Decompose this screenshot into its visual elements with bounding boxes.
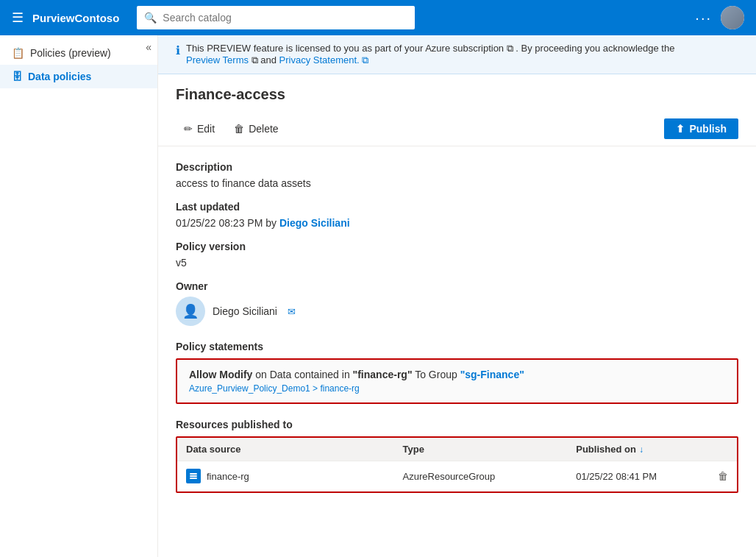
edit-label: Edit bbox=[197, 123, 215, 135]
search-icon: 🔍 bbox=[144, 12, 157, 24]
modify-text: Modify bbox=[219, 369, 252, 380]
sort-icon[interactable]: ↓ bbox=[639, 444, 643, 455]
publish-icon: ⬆ bbox=[676, 123, 685, 135]
search-input[interactable] bbox=[163, 12, 407, 24]
row-delete-icon[interactable]: 🗑 bbox=[718, 470, 728, 482]
last-updated-label: Last updated bbox=[176, 201, 738, 213]
last-updated-text: 01/25/22 08:23 PM by bbox=[176, 217, 277, 229]
email-icon[interactable]: ✉ bbox=[288, 306, 296, 317]
toolbar: ✏ Edit 🗑 Delete ⬆ Publish bbox=[158, 112, 756, 146]
statement-text: Allow Modify on Data contained in "finan… bbox=[189, 369, 725, 380]
edit-icon: ✏ bbox=[184, 123, 193, 135]
privacy-statement-link[interactable]: Privacy Statement. ⧉ bbox=[279, 54, 369, 65]
avatar[interactable] bbox=[721, 6, 744, 29]
collapse-sidebar-icon[interactable]: « bbox=[146, 41, 151, 53]
col-header-datasource: Data source bbox=[186, 444, 403, 455]
layout: « 📋 Policies (preview) 🗄 Data policies ℹ… bbox=[0, 35, 756, 557]
banner-text-middle: . By proceeding you acknowledge the bbox=[516, 43, 674, 54]
content-area: Description access to finance data asset… bbox=[158, 146, 756, 508]
policy-version-value: v5 bbox=[176, 257, 738, 269]
statement-path[interactable]: Azure_Purview_Policy_Demo1 > finance-rg bbox=[189, 383, 725, 394]
svg-rect-1 bbox=[190, 475, 197, 477]
delete-button[interactable]: 🗑 Delete bbox=[226, 118, 286, 140]
sidebar-item-policies-preview[interactable]: 📋 Policies (preview) bbox=[0, 41, 157, 65]
owner-label: Owner bbox=[176, 280, 738, 292]
cell-actions: 🗑 bbox=[706, 470, 728, 482]
table-header: Data source Type Published on ↓ bbox=[177, 438, 737, 461]
cell-datasource: finance-rg bbox=[186, 469, 403, 483]
cell-type: AzureResourceGroup bbox=[403, 471, 577, 482]
delete-icon: 🗑 bbox=[234, 123, 244, 135]
preview-terms-ext: ⧉ bbox=[252, 54, 261, 65]
app-brand: PurviewContoso bbox=[32, 12, 119, 24]
search-bar[interactable]: 🔍 bbox=[137, 6, 414, 29]
resources-published-label: Resources published to bbox=[176, 419, 738, 430]
datasource-name: finance-rg bbox=[207, 471, 249, 482]
hamburger-icon[interactable]: ☰ bbox=[12, 10, 24, 26]
avatar-image bbox=[721, 6, 744, 29]
sidebar-item-data-policies[interactable]: 🗄 Data policies bbox=[0, 65, 157, 88]
preview-terms-link[interactable]: Preview Terms bbox=[186, 54, 249, 65]
banner-text-before: This PREVIEW feature is licensed to you … bbox=[186, 43, 504, 54]
col-header-published[interactable]: Published on ↓ bbox=[576, 444, 706, 455]
top-nav: ☰ PurviewContoso 🔍 ··· bbox=[0, 0, 756, 35]
main-content: ℹ This PREVIEW feature is licensed to yo… bbox=[158, 35, 756, 557]
more-options-icon[interactable]: ··· bbox=[695, 10, 712, 26]
delete-label: Delete bbox=[249, 123, 278, 135]
last-updated-value: 01/25/22 08:23 PM by Diego Siciliani bbox=[176, 217, 738, 229]
publish-button[interactable]: ⬆ Publish bbox=[664, 118, 738, 139]
to-text: To Group bbox=[415, 369, 460, 380]
owner-name: Diego Siciliani bbox=[213, 305, 277, 317]
datasource-icon bbox=[186, 469, 201, 483]
col-header-type: Type bbox=[403, 444, 577, 455]
description-value: access to finance data assets bbox=[176, 177, 738, 189]
cell-published: 01/25/22 08:41 PM bbox=[576, 471, 706, 482]
banner-and: and bbox=[260, 54, 277, 65]
published-on-label: Published on bbox=[576, 444, 636, 455]
data-policies-icon: 🗄 bbox=[12, 71, 22, 82]
table-row: finance-rg AzureResourceGroup 01/25/22 0… bbox=[177, 461, 737, 492]
policy-version-label: Policy version bbox=[176, 241, 738, 252]
description-label: Description bbox=[176, 161, 738, 173]
owner-avatar: 👤 bbox=[176, 297, 205, 326]
sidebar: « 📋 Policies (preview) 🗄 Data policies bbox=[0, 35, 158, 557]
svg-rect-0 bbox=[190, 473, 197, 475]
publish-label: Publish bbox=[689, 123, 727, 135]
policy-statement-box: Allow Modify on Data contained in "finan… bbox=[176, 358, 738, 404]
policy-title: Finance-access bbox=[176, 86, 738, 103]
banner-ext-icon: ⧉ bbox=[507, 43, 513, 54]
owner-row: 👤 Diego Siciliani ✉ bbox=[176, 297, 738, 326]
updated-by-link[interactable]: Diego Siciliani bbox=[279, 217, 350, 229]
edit-button[interactable]: ✏ Edit bbox=[176, 118, 223, 140]
info-banner: ℹ This PREVIEW feature is licensed to yo… bbox=[158, 35, 756, 74]
info-icon: ℹ bbox=[176, 43, 180, 57]
resource-label: "finance-rg" bbox=[353, 369, 413, 380]
on-text: on Data contained in bbox=[255, 369, 352, 380]
allow-label: Allow bbox=[189, 369, 216, 380]
policies-preview-icon: 📋 bbox=[12, 47, 24, 59]
sidebar-item-policies-preview-label: Policies (preview) bbox=[30, 47, 111, 59]
resources-table: Data source Type Published on ↓ bbox=[176, 436, 738, 493]
group-label[interactable]: "sg-Finance" bbox=[460, 369, 524, 380]
svg-rect-2 bbox=[190, 478, 197, 479]
banner-text: This PREVIEW feature is licensed to you … bbox=[186, 43, 674, 66]
policy-statements-label: Policy statements bbox=[176, 341, 738, 352]
col-header-actions bbox=[706, 444, 728, 455]
policy-header: Finance-access bbox=[158, 74, 756, 103]
sidebar-item-data-policies-label: Data policies bbox=[28, 71, 91, 82]
